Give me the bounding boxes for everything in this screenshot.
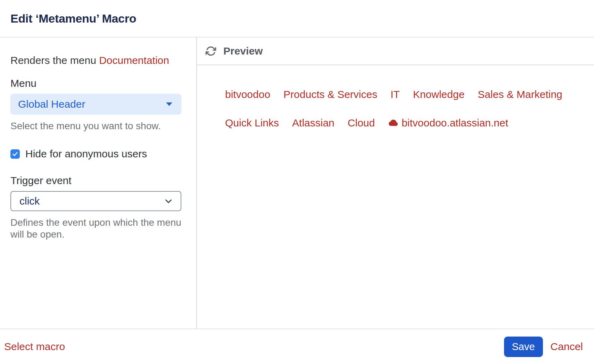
macro-parameters-panel: Renders the menu Documentation Menu Glob… bbox=[0, 38, 197, 329]
dialog-footer: Select macro Save Cancel bbox=[0, 329, 594, 364]
chevron-down-icon bbox=[164, 197, 173, 206]
menu-item-sales-marketing[interactable]: Sales & Marketing bbox=[478, 88, 562, 101]
preview-panel: Preview bitvoodoo Products & Services IT… bbox=[197, 38, 594, 329]
preview-title: Preview bbox=[223, 45, 263, 57]
preview-header: Preview bbox=[197, 38, 594, 65]
documentation-link[interactable]: Documentation bbox=[99, 55, 169, 66]
chevron-down-icon bbox=[166, 102, 172, 106]
cancel-button[interactable]: Cancel bbox=[551, 341, 583, 353]
hide-anonymous-label: Hide for anonymous users bbox=[25, 148, 147, 160]
menu-item-bitvoodoo-atlassian-net[interactable]: bitvoodoo.atlassian.net bbox=[388, 117, 508, 129]
hide-anonymous-checkbox[interactable] bbox=[10, 149, 20, 159]
menu-item-atlassian[interactable]: Atlassian bbox=[292, 117, 335, 129]
dialog-header: Edit ‘Metamenu’ Macro bbox=[0, 0, 594, 38]
dialog-body: Renders the menu Documentation Menu Glob… bbox=[0, 38, 594, 329]
menu-field-label: Menu bbox=[10, 77, 186, 90]
refresh-icon[interactable] bbox=[205, 46, 216, 57]
page-title: Edit ‘Metamenu’ Macro bbox=[10, 12, 136, 25]
checkmark-icon bbox=[12, 151, 18, 157]
menu-help-text: Select the menu you want to show. bbox=[10, 120, 186, 132]
menu-item-bitvoodoo[interactable]: bitvoodoo bbox=[225, 88, 270, 101]
trigger-event-value: click bbox=[19, 195, 164, 207]
macro-editor-dialog: Edit ‘Metamenu’ Macro Renders the menu D… bbox=[0, 0, 594, 364]
menu-item-it[interactable]: IT bbox=[390, 88, 400, 101]
select-macro-link[interactable]: Select macro bbox=[4, 341, 65, 353]
save-button[interactable]: Save bbox=[504, 337, 543, 357]
preview-menu-row: bitvoodoo Products & Services IT Knowled… bbox=[225, 88, 594, 101]
menu-item-products-services[interactable]: Products & Services bbox=[283, 88, 377, 101]
trigger-event-select[interactable]: click bbox=[10, 191, 181, 211]
hide-anonymous-row: Hide for anonymous users bbox=[10, 148, 186, 160]
macro-description: Renders the menu Documentation bbox=[10, 54, 186, 67]
trigger-event-label: Trigger event bbox=[10, 174, 186, 187]
cloud-icon bbox=[388, 119, 398, 126]
menu-item-knowledge[interactable]: Knowledge bbox=[413, 88, 464, 101]
preview-content: bitvoodoo Products & Services IT Knowled… bbox=[197, 65, 594, 329]
macro-description-text: Renders the menu bbox=[10, 55, 99, 66]
menu-select-value: Global Header bbox=[18, 98, 166, 110]
preview-menu-row: Quick Links Atlassian Cloud bitvoodoo.at… bbox=[225, 117, 594, 129]
trigger-help-text: Defines the event upon which the menu wi… bbox=[10, 217, 186, 240]
menu-item-label: bitvoodoo.atlassian.net bbox=[402, 117, 508, 129]
menu-item-quick-links[interactable]: Quick Links bbox=[225, 117, 279, 129]
footer-actions: Save Cancel bbox=[504, 337, 583, 357]
menu-item-cloud[interactable]: Cloud bbox=[348, 117, 375, 129]
menu-select[interactable]: Global Header bbox=[10, 94, 181, 115]
